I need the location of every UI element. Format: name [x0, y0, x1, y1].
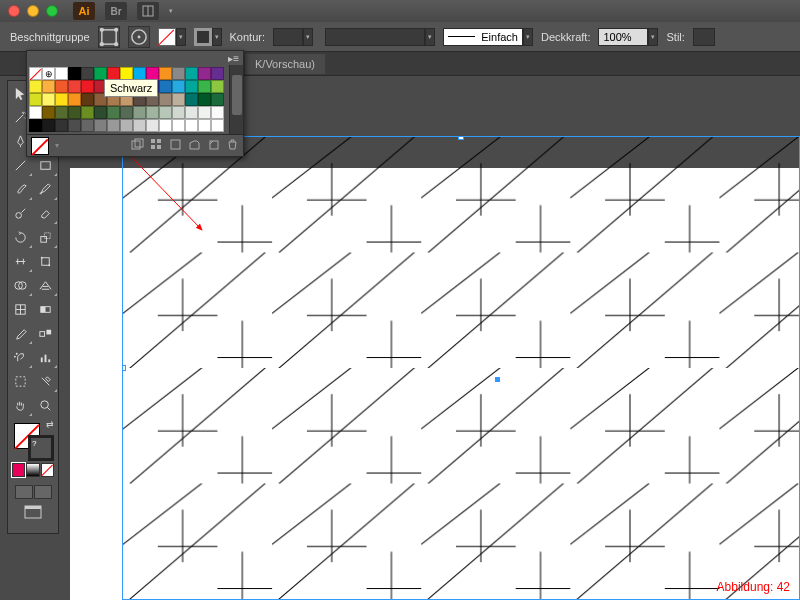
delete-swatch-icon[interactable]	[226, 138, 239, 153]
selected-artwork[interactable]	[122, 136, 800, 600]
scale-tool[interactable]	[33, 225, 58, 249]
swatch[interactable]	[185, 106, 198, 119]
artboard-tool[interactable]	[8, 369, 33, 393]
fill-swatch[interactable]	[158, 28, 176, 46]
maximize-window[interactable]	[46, 5, 58, 17]
blob-brush-tool[interactable]	[8, 201, 33, 225]
hand-tool[interactable]	[8, 393, 33, 417]
zoom-tool[interactable]	[33, 393, 58, 417]
swatch[interactable]	[68, 106, 81, 119]
swatch[interactable]	[42, 93, 55, 106]
new-swatch-icon[interactable]	[207, 138, 220, 153]
swatch[interactable]	[29, 93, 42, 106]
swatch[interactable]	[198, 93, 211, 106]
close-window[interactable]	[8, 5, 20, 17]
align-icon[interactable]	[128, 26, 150, 48]
swatch[interactable]	[159, 80, 172, 93]
swatch[interactable]	[198, 106, 211, 119]
swatch-kind-icon[interactable]	[150, 138, 163, 153]
swatch[interactable]	[107, 106, 120, 119]
swatch[interactable]	[133, 106, 146, 119]
screen-mode-button[interactable]	[8, 501, 58, 525]
document-tab[interactable]: K/Vorschau)	[245, 54, 325, 74]
swatch[interactable]	[159, 106, 172, 119]
swatch[interactable]	[198, 80, 211, 93]
swatch[interactable]	[185, 93, 198, 106]
swatch[interactable]	[55, 80, 68, 93]
swatch[interactable]	[146, 106, 159, 119]
swatch[interactable]	[94, 106, 107, 119]
swatch[interactable]	[94, 119, 107, 132]
slice-tool[interactable]	[33, 369, 58, 393]
swatch[interactable]	[211, 106, 224, 119]
style-selector[interactable]	[693, 28, 715, 46]
mesh-tool[interactable]	[8, 297, 33, 321]
swatch-options-icon[interactable]	[169, 138, 182, 153]
bridge-button[interactable]: Br	[105, 2, 127, 20]
brush-selector[interactable]	[325, 28, 425, 46]
swatch[interactable]	[185, 80, 198, 93]
brush-dropdown[interactable]: ▾	[425, 28, 435, 46]
opacity-input[interactable]	[598, 28, 648, 46]
swatch[interactable]	[159, 119, 172, 132]
eyedropper-tool[interactable]	[8, 321, 33, 345]
arrange-documents-button[interactable]	[137, 2, 159, 20]
swatch[interactable]	[81, 67, 94, 80]
stroke-style-selector[interactable]: Einfach	[443, 28, 523, 46]
swatch[interactable]	[211, 93, 224, 106]
swatch[interactable]	[185, 119, 198, 132]
swatch[interactable]	[55, 93, 68, 106]
swatch[interactable]	[55, 67, 68, 80]
opacity-dropdown[interactable]: ▾	[648, 28, 658, 46]
swap-fill-stroke-icon[interactable]: ⇄	[46, 419, 54, 429]
symbol-sprayer-tool[interactable]	[8, 345, 33, 369]
swatch[interactable]	[81, 106, 94, 119]
swatch[interactable]: ⊕	[42, 67, 55, 80]
new-color-group-icon[interactable]	[188, 138, 201, 153]
stroke-style-dropdown[interactable]: ▾	[523, 28, 533, 46]
paintbrush-tool[interactable]	[8, 177, 33, 201]
shape-builder-tool[interactable]	[8, 273, 33, 297]
free-transform-tool[interactable]	[33, 249, 58, 273]
swatch[interactable]	[198, 67, 211, 80]
stroke-weight-dropdown[interactable]: ▾	[303, 28, 313, 46]
eraser-tool[interactable]	[33, 201, 58, 225]
stroke-dropdown[interactable]: ▾	[212, 28, 222, 46]
swatch[interactable]	[172, 93, 185, 106]
swatch[interactable]	[29, 80, 42, 93]
rotate-tool[interactable]	[8, 225, 33, 249]
panel-menu-icon[interactable]: ▸≡	[228, 53, 239, 64]
gradient-tool[interactable]	[33, 297, 58, 321]
swatch[interactable]	[172, 80, 185, 93]
swatch[interactable]	[29, 106, 42, 119]
swatch[interactable]	[172, 106, 185, 119]
stroke-swatch[interactable]	[194, 28, 212, 46]
swatch[interactable]	[68, 93, 81, 106]
swatch[interactable]	[120, 119, 133, 132]
swatch[interactable]	[68, 119, 81, 132]
swatch[interactable]	[133, 119, 146, 132]
swatch-libraries-icon[interactable]	[131, 138, 144, 153]
swatch[interactable]	[107, 119, 120, 132]
minimize-window[interactable]	[27, 5, 39, 17]
stroke-weight-input[interactable]	[273, 28, 303, 46]
color-mode-none[interactable]	[41, 463, 54, 477]
fill-stroke-control[interactable]: ⇄ ?	[8, 417, 58, 461]
swatch[interactable]	[211, 67, 224, 80]
swatch[interactable]	[42, 106, 55, 119]
width-tool[interactable]	[8, 249, 33, 273]
swatch[interactable]	[159, 67, 172, 80]
swatch[interactable]	[68, 80, 81, 93]
swatch[interactable]	[172, 67, 185, 80]
swatch[interactable]	[55, 106, 68, 119]
transform-icon[interactable]	[98, 26, 120, 48]
swatch[interactable]	[81, 93, 94, 106]
swatch-scrollbar[interactable]	[229, 65, 243, 134]
swatch[interactable]	[29, 119, 42, 132]
swatch[interactable]	[55, 119, 68, 132]
swatch[interactable]	[81, 80, 94, 93]
fill-dropdown[interactable]: ▾	[176, 28, 186, 46]
swatch[interactable]	[120, 106, 133, 119]
swatch[interactable]	[146, 119, 159, 132]
swatch[interactable]	[172, 119, 185, 132]
